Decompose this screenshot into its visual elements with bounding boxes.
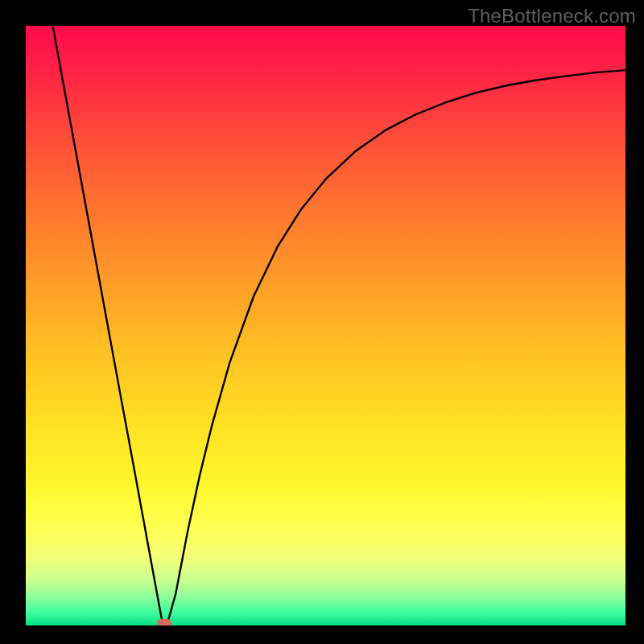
chart-canvas: TheBottleneck.com — [0, 0, 644, 644]
bottleneck-curve — [26, 26, 625, 625]
watermark-text: TheBottleneck.com — [468, 5, 636, 27]
optimal-point-marker — [157, 619, 171, 625]
plot-area — [26, 26, 625, 625]
